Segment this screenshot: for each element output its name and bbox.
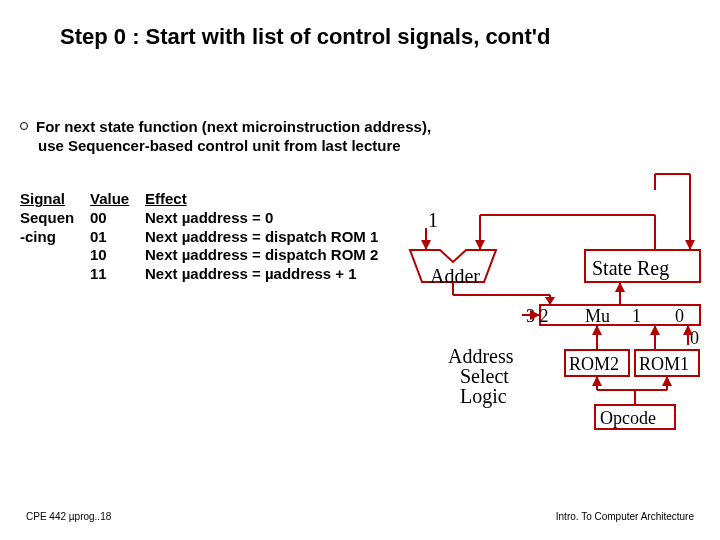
svg-marker-26: [650, 325, 660, 335]
svg-marker-24: [592, 325, 602, 335]
svg-marker-7: [421, 240, 431, 250]
col-signal: Signal: [20, 190, 90, 209]
mux-label: Mu: [585, 306, 610, 326]
bullet-line-2: use Sequencer-based control unit from la…: [38, 137, 401, 156]
bullet-block: For next state function (next microinstr…: [20, 118, 431, 156]
col-value: Value: [90, 190, 145, 209]
asl-line2: Select: [460, 365, 509, 387]
state-reg-label: State Reg: [592, 257, 669, 280]
bullet-line-1: For next state function (next microinstr…: [36, 118, 431, 135]
table-row: 10Next µaddress = dispatch ROM 2: [20, 246, 435, 265]
svg-marker-18: [615, 282, 625, 292]
table-row: -cing01Next µaddress = dispatch ROM 1: [20, 228, 435, 247]
svg-marker-3: [685, 240, 695, 250]
zero-label: 0: [690, 328, 699, 348]
svg-marker-33: [662, 376, 672, 386]
rom1-label: ROM1: [639, 354, 689, 374]
adder-input-one: 1: [428, 209, 438, 231]
mux-mid-num: 1: [632, 306, 641, 326]
svg-marker-31: [592, 376, 602, 386]
table-row: Sequen00Next µaddress = 0: [20, 209, 435, 228]
asl-line1: Address: [448, 345, 514, 367]
footer-left: CPE 442 µprog..18: [26, 511, 111, 522]
bullet-icon: [20, 122, 28, 130]
signal-table: SignalValueEffect Sequen00Next µaddress …: [20, 190, 435, 284]
table-row: 11Next µaddress = µaddress + 1: [20, 265, 435, 284]
footer-right: Intro. To Computer Architecture: [556, 511, 694, 522]
opcode-label: Opcode: [600, 408, 656, 428]
svg-marker-5: [475, 240, 485, 250]
slide-title: Step 0 : Start with list of control sign…: [60, 24, 551, 50]
col-effect: Effect: [145, 190, 435, 209]
sequencer-diagram: 1 Adder State Reg 3 2 Mu 1 0 ROM2 ROM1: [410, 190, 710, 430]
rom2-label: ROM2: [569, 354, 619, 374]
mux-right-num: 0: [675, 306, 684, 326]
asl-line3: Logic: [460, 385, 507, 408]
adder-label: Adder: [430, 265, 480, 287]
svg-marker-15: [545, 297, 555, 305]
table-header: SignalValueEffect: [20, 190, 435, 209]
